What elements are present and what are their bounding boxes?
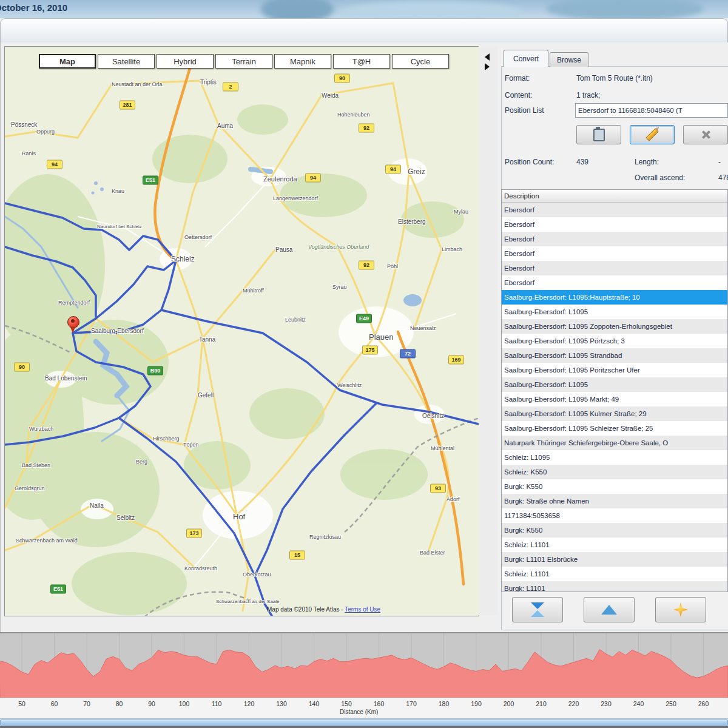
position-row[interactable]: Schleiz: L1095 <box>502 450 727 465</box>
elevation-profile-panel[interactable] <box>0 632 728 698</box>
reverse-route-button[interactable] <box>512 597 563 622</box>
road-badge-175: 175 <box>362 346 378 355</box>
elevation-chart <box>0 633 728 698</box>
position-row[interactable]: Saalburg-Ebersdorf: L1095 Kulmer Straße;… <box>502 406 727 421</box>
position-row[interactable]: Schleiz: K550 <box>502 465 727 479</box>
position-list-header[interactable]: Description <box>502 190 727 203</box>
position-row[interactable]: Burgk: K550 <box>502 523 727 538</box>
map-town-label: Ranis <box>22 150 36 157</box>
axis-tick-label: 140 <box>309 700 320 707</box>
paste-position-button[interactable] <box>576 125 621 144</box>
map-town-label: Limbach <box>442 246 462 252</box>
road-badge-e49: E49 <box>356 314 372 323</box>
compass-button[interactable] <box>655 597 706 622</box>
road-badge-15: 15 <box>289 551 305 560</box>
delete-position-button[interactable] <box>683 125 728 144</box>
position-row[interactable]: Saalburg-Ebersdorf: L1095 Pörtzsch; 3 <box>502 334 727 348</box>
elevation-button[interactable] <box>584 597 635 622</box>
map-town-label: Saalburg-Ebersdorf <box>91 328 144 334</box>
map-view-button-th[interactable]: T@H <box>333 54 390 69</box>
position-row[interactable]: Saalburg-Ebersdorf: L1095 Pöritzscher Uf… <box>502 363 727 377</box>
position-row[interactable]: Ebersdorf <box>502 232 727 246</box>
road-badge-281: 281 <box>120 101 135 110</box>
position-row[interactable]: Ebersdorf <box>502 275 727 290</box>
terms-of-use-link[interactable]: Terms of Use <box>345 606 380 613</box>
window-title-bar[interactable] <box>0 18 728 42</box>
road-badge-90: 90 <box>334 74 350 83</box>
map-town-label: Weida <box>322 92 339 99</box>
map-view-button-mapnik[interactable]: Mapnik <box>274 54 331 69</box>
axis-tick-label: 250 <box>666 700 676 707</box>
edit-position-button[interactable] <box>630 125 675 144</box>
pencil-icon <box>645 128 658 141</box>
position-row[interactable]: Saalburg-Ebersdorf: L1095 Strandbad <box>502 348 727 363</box>
map-town-label: Regnitzlosau <box>309 534 341 540</box>
map-town-label: Tanna <box>199 336 215 343</box>
position-row[interactable]: Schleiz: L1101 <box>502 567 727 581</box>
position-row[interactable]: Burgk: L1101 <box>502 581 727 592</box>
map-town-label: Pausa <box>275 246 292 253</box>
position-row[interactable]: Saalburg-Ebersdorf: L1095 <box>502 305 727 319</box>
position-list[interactable]: Description EbersdorfEbersdorfEbersdorfE… <box>501 189 728 592</box>
map-town-label: Bad Elster <box>420 550 445 556</box>
position-row[interactable]: Burgk: L1101 Elsbrücke <box>502 552 727 567</box>
axis-tick-label: 50 <box>18 700 25 707</box>
collapse-left-icon[interactable] <box>485 53 490 61</box>
distance-axis: 5060708090100110120130140150160170180190… <box>0 698 728 718</box>
profile-scrollbar[interactable] <box>0 718 728 726</box>
map-road-badges: 22819092949494E5192E4917516972B909017315… <box>5 47 479 616</box>
axis-tick-label: 160 <box>374 700 385 707</box>
position-row[interactable]: Ebersdorf <box>502 217 727 232</box>
axis-tick-label: 210 <box>536 700 547 707</box>
mountain-icon <box>601 605 617 615</box>
map-view-button-hybrid[interactable]: Hybrid <box>157 54 214 69</box>
position-row[interactable]: 1171384:5053658 <box>502 508 727 523</box>
map-town-label: Oppurg <box>36 129 55 135</box>
position-list-combobox[interactable]: Ebersdorf to 1166818:5048460 (T <box>575 103 728 118</box>
map-town-label: Schleiz <box>171 255 195 263</box>
position-row[interactable]: Saalburg-Ebersdorf: L1095 <box>502 377 727 392</box>
marker-dot <box>71 319 75 323</box>
position-row[interactable]: Ebersdorf <box>502 203 727 217</box>
map-view-button-cycle[interactable]: Cycle <box>392 54 449 69</box>
panel-splitter[interactable] <box>479 46 497 615</box>
axis-tick-label: 120 <box>244 700 255 707</box>
map-panel[interactable]: MapSatelliteHybridTerrainMapnikT@HCycle … <box>4 46 479 616</box>
position-row[interactable]: Saalburg-Ebersdorf: L1095 Markt; 49 <box>502 392 727 406</box>
position-row[interactable]: Saalburg-Ebersdorf: L1095 Schleizer Stra… <box>502 421 727 436</box>
map-town-label: Schwarzenbach an der Saale <box>216 599 280 604</box>
map-town-label: Oberkotzau <box>243 571 271 578</box>
map-town-label: Naundorf bei Schleiz <box>97 224 142 229</box>
clipboard-icon <box>593 129 605 141</box>
axis-tick-label: 110 <box>212 700 222 707</box>
position-row[interactable]: Ebersdorf <box>502 246 727 261</box>
map-view-button-map[interactable]: Map <box>39 54 96 69</box>
road-badge-173: 173 <box>186 529 202 538</box>
map-town-label: Hirschberg <box>153 436 180 442</box>
position-row[interactable]: Naturpark Thüringer Schiefergebirge-Ober… <box>502 436 727 450</box>
position-row[interactable]: Schleiz: L1101 <box>502 538 727 552</box>
road-badge-72: 72 <box>400 349 416 359</box>
collapse-right-icon[interactable] <box>485 63 490 70</box>
map-view-button-terrain[interactable]: Terrain <box>215 54 272 69</box>
map-town-label: Pöhl <box>387 263 398 269</box>
elevation-area-series <box>0 650 728 698</box>
position-row[interactable]: Saalburg-Ebersdorf: L1095 Zoppoten-Erhol… <box>502 319 727 334</box>
position-row[interactable]: Saalburg-Ebersdorf: L1095:Hauptstraße; 1… <box>502 290 727 305</box>
position-row[interactable]: Burgk: K550 <box>502 479 727 494</box>
position-row[interactable]: Burgk: Straße ohne Namen <box>502 494 727 508</box>
length-label: Length: <box>635 158 659 166</box>
road-badge-92: 92 <box>359 261 374 270</box>
map-town-label: Mühltroff <box>243 288 264 294</box>
tab-browse[interactable]: Browse <box>550 52 588 67</box>
scrollbar-thumb[interactable] <box>0 720 728 726</box>
position-row[interactable]: Ebersdorf <box>502 261 727 275</box>
axis-tick-label: 190 <box>471 700 482 707</box>
map-town-label: Leubnitz <box>285 317 306 323</box>
map-town-label: Adorf <box>447 496 460 502</box>
road-badge-169: 169 <box>448 356 464 365</box>
map-view-button-satellite[interactable]: Satellite <box>98 54 155 69</box>
tab-convert[interactable]: Convert <box>504 50 548 67</box>
map-town-label: Oettersdorf <box>184 234 212 240</box>
map-town-label: Schwarzenbach am Wald <box>16 538 78 544</box>
